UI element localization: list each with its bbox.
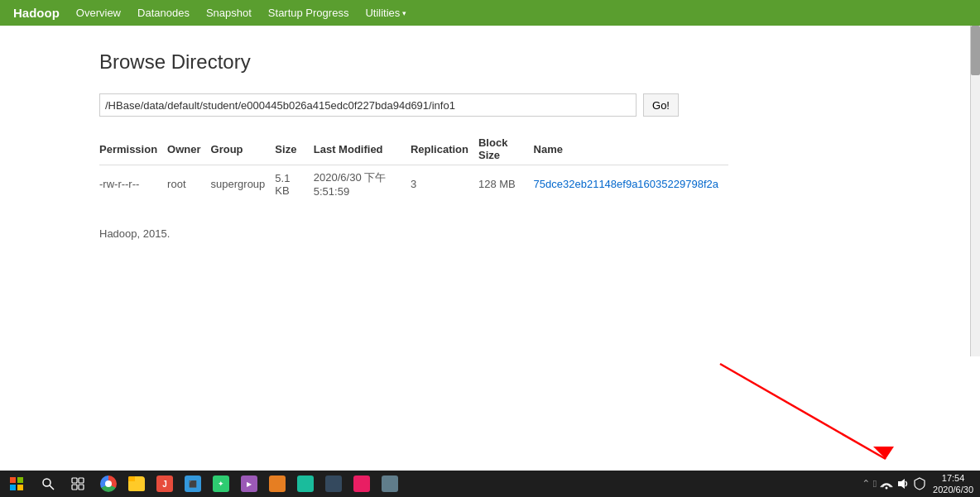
col-permission: Permission xyxy=(99,133,167,165)
cell-owner: root xyxy=(167,165,210,203)
startup-progress-link[interactable]: Startup Progress xyxy=(268,7,349,19)
page-title: Browse Directory xyxy=(99,50,980,74)
cell-group: supergroup xyxy=(211,165,276,203)
cell-permission: -rw-r--r-- xyxy=(99,165,167,203)
cell-size: 5.1 KB xyxy=(275,165,313,203)
main-content: Browse Directory Go! Permission Owner Gr… xyxy=(0,26,980,240)
utilities-dropdown[interactable]: Utilities ▾ xyxy=(365,7,406,19)
scrollbar-track[interactable] xyxy=(970,26,980,240)
scrollbar-thumb[interactable] xyxy=(971,26,980,75)
cell-block-size: 128 MB xyxy=(478,165,534,203)
cell-name: 75dce32eb21148ef9a16035229798f2a xyxy=(534,165,728,203)
table-header-row: Permission Owner Group Size Last Modifie… xyxy=(99,133,728,165)
path-input[interactable] xyxy=(99,93,637,117)
snapshot-link[interactable]: Snapshot xyxy=(206,7,252,19)
navbar-brand: Hadoop xyxy=(13,6,60,20)
datanodes-link[interactable]: Datanodes xyxy=(137,7,190,19)
col-size: Size xyxy=(275,133,313,165)
overview-link[interactable]: Overview xyxy=(76,7,121,19)
footer-text: Hadoop, 2015. xyxy=(99,227,170,240)
cell-last-modified: 2020/6/30 下午5:51:59 xyxy=(314,165,411,203)
go-button[interactable]: Go! xyxy=(643,93,679,117)
col-name: Name xyxy=(534,133,728,165)
table-row: -rw-r--r-- root supergroup 5.1 KB 2020/6… xyxy=(99,165,728,203)
col-last-modified: Last Modified xyxy=(314,133,411,165)
col-group: Group xyxy=(211,133,276,165)
footer: Hadoop, 2015. xyxy=(99,227,980,240)
directory-table: Permission Owner Group Size Last Modifie… xyxy=(99,133,728,203)
col-owner: Owner xyxy=(167,133,210,165)
file-name-link[interactable]: 75dce32eb21148ef9a16035229798f2a xyxy=(534,178,718,190)
col-block-size: Block Size xyxy=(478,133,534,165)
path-row: Go! xyxy=(99,93,679,117)
utilities-label: Utilities xyxy=(365,7,400,19)
navbar: Hadoop Overview Datanodes Snapshot Start… xyxy=(0,0,980,26)
chevron-down-icon: ▾ xyxy=(402,9,406,17)
cell-replication: 3 xyxy=(411,165,478,203)
col-replication: Replication xyxy=(411,133,478,165)
